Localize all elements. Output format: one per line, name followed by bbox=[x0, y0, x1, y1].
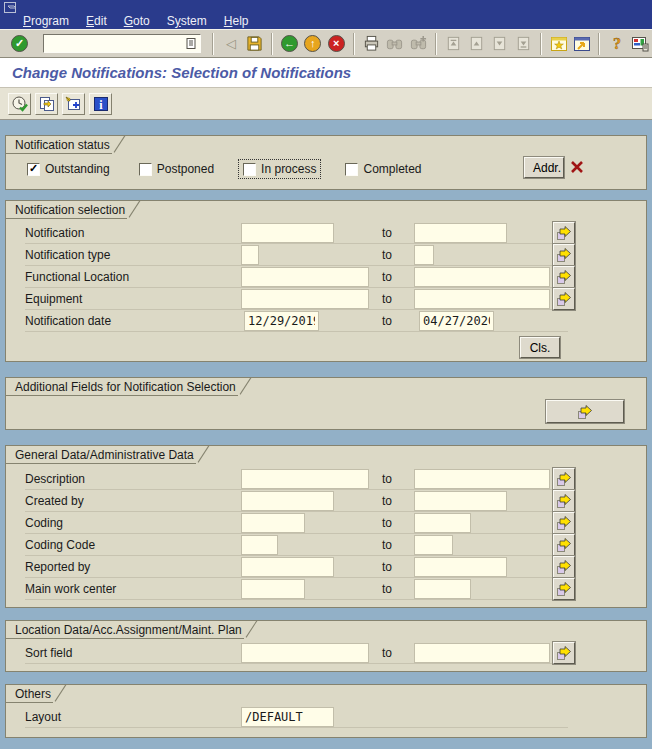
print-icon[interactable] bbox=[362, 34, 381, 54]
section-notification-selection: Notification selection Notification to N… bbox=[5, 200, 647, 362]
clear-address-icon[interactable] bbox=[569, 159, 585, 175]
menu-goto[interactable]: Goto bbox=[124, 14, 150, 29]
execute-icon[interactable] bbox=[8, 93, 31, 115]
multiple-selection-button[interactable] bbox=[553, 534, 575, 556]
to-label: to bbox=[379, 314, 414, 328]
dynamic-selections-icon[interactable] bbox=[62, 93, 85, 115]
tab-slash bbox=[239, 377, 251, 394]
checkbox-label: Completed bbox=[363, 162, 421, 176]
menu-bar: Program Edit Goto System Help bbox=[0, 14, 652, 29]
save-icon[interactable] bbox=[245, 34, 264, 54]
notification-from-input[interactable] bbox=[241, 223, 334, 243]
checkbox-completed[interactable]: Completed bbox=[340, 159, 426, 179]
notification-date-from-input[interactable] bbox=[244, 311, 319, 331]
to-label: to bbox=[379, 292, 414, 306]
notification-to-input[interactable] bbox=[414, 223, 507, 243]
checkbox-label: Postponed bbox=[157, 162, 214, 176]
sort-field-to-input[interactable] bbox=[414, 643, 550, 663]
created-by-to-input[interactable] bbox=[414, 491, 507, 511]
customize-layout-icon[interactable] bbox=[631, 34, 650, 54]
help-icon[interactable]: ? bbox=[607, 34, 626, 54]
coding-from-input[interactable] bbox=[241, 513, 305, 533]
menu-system[interactable]: System bbox=[167, 14, 207, 29]
multiple-selection-button[interactable] bbox=[553, 288, 575, 310]
field-label: Created by bbox=[25, 494, 241, 508]
multiple-selection-button[interactable] bbox=[553, 578, 575, 600]
command-field[interactable] bbox=[43, 34, 201, 53]
multiple-selection-button[interactable] bbox=[553, 468, 575, 490]
section-others: Others Layout bbox=[5, 684, 647, 738]
main-work-center-from-input[interactable] bbox=[241, 579, 305, 599]
form-row: Notification type to bbox=[6, 244, 646, 266]
notification-type-to-input[interactable] bbox=[414, 245, 434, 265]
coding-to-input[interactable] bbox=[414, 513, 471, 533]
menu-help[interactable]: Help bbox=[224, 14, 249, 29]
checkbox-label: Outstanding bbox=[45, 162, 110, 176]
checkbox-box[interactable] bbox=[139, 163, 152, 176]
back-navigation-icon[interactable]: ← bbox=[280, 34, 299, 54]
cancel-icon[interactable]: × bbox=[326, 34, 345, 54]
notification-date-to-input[interactable] bbox=[419, 311, 494, 331]
field-label: Layout bbox=[25, 710, 241, 724]
form-row: Created by to bbox=[6, 490, 646, 512]
checkbox-in-process[interactable]: In process bbox=[238, 159, 321, 179]
functional-location-from-input[interactable] bbox=[241, 267, 369, 287]
field-label: Main work center bbox=[25, 582, 241, 596]
multiple-selection-button[interactable] bbox=[553, 222, 575, 244]
multiple-selection-button[interactable] bbox=[553, 556, 575, 578]
checkbox-postponed[interactable]: Postponed bbox=[134, 159, 219, 179]
tab-slash bbox=[245, 620, 257, 637]
exit-icon[interactable]: ↑ bbox=[303, 34, 322, 54]
checkbox-box[interactable] bbox=[27, 163, 40, 176]
main-work-center-to-input[interactable] bbox=[414, 579, 471, 599]
new-session-icon[interactable] bbox=[549, 34, 568, 54]
back-icon[interactable]: ◁ bbox=[221, 34, 240, 54]
cls-button[interactable]: Cls. bbox=[520, 337, 560, 358]
section-notification-status: Notification status Outstanding Postpone… bbox=[5, 135, 647, 190]
equipment-to-input[interactable] bbox=[414, 289, 550, 309]
checkbox-box[interactable] bbox=[345, 163, 358, 176]
field-label: Notification type bbox=[25, 248, 241, 262]
toolbar-separator bbox=[353, 33, 355, 55]
multiple-selection-button[interactable] bbox=[553, 244, 575, 266]
find-next-icon bbox=[408, 34, 427, 54]
equipment-from-input[interactable] bbox=[241, 289, 369, 309]
create-shortcut-icon[interactable] bbox=[572, 34, 591, 54]
to-label: to bbox=[379, 538, 414, 552]
multiple-selection-button[interactable] bbox=[553, 512, 575, 534]
layout-input[interactable] bbox=[241, 707, 334, 727]
coding-code-from-input[interactable] bbox=[241, 535, 278, 555]
form-row: Sort field to bbox=[6, 642, 646, 664]
menu-program[interactable]: Program bbox=[23, 14, 69, 29]
to-label: to bbox=[379, 270, 414, 284]
functional-location-to-input[interactable] bbox=[414, 267, 550, 287]
form-row: Description to bbox=[6, 468, 646, 490]
form-row: Notification to bbox=[6, 222, 646, 244]
description-to-input[interactable] bbox=[414, 469, 550, 489]
address-button[interactable]: Addr. bbox=[524, 157, 564, 178]
form-row: Coding Code to bbox=[6, 534, 646, 556]
sort-field-from-input[interactable] bbox=[241, 643, 369, 663]
additional-fields-button[interactable] bbox=[546, 400, 624, 423]
section-additional-fields: Additional Fields for Notification Selec… bbox=[5, 377, 647, 430]
multiple-selection-button[interactable] bbox=[553, 490, 575, 512]
reported-by-to-input[interactable] bbox=[414, 557, 507, 577]
created-by-from-input[interactable] bbox=[241, 491, 334, 511]
checkbox-outstanding[interactable]: Outstanding bbox=[22, 159, 115, 179]
command-history-icon[interactable] bbox=[185, 37, 198, 50]
enter-icon[interactable]: ✓ bbox=[10, 34, 29, 54]
get-variant-icon[interactable] bbox=[35, 93, 58, 115]
description-from-input[interactable] bbox=[241, 469, 369, 489]
multiple-selection-button[interactable] bbox=[553, 266, 575, 288]
to-label: to bbox=[379, 248, 414, 262]
info-icon[interactable]: i bbox=[89, 93, 112, 115]
coding-code-to-input[interactable] bbox=[414, 535, 453, 555]
multiple-selection-button[interactable] bbox=[553, 642, 575, 664]
tab-slash bbox=[113, 135, 125, 152]
menu-edit[interactable]: Edit bbox=[86, 14, 107, 29]
notification-type-from-input[interactable] bbox=[241, 245, 259, 265]
field-label: Reported by bbox=[25, 560, 241, 574]
reported-by-from-input[interactable] bbox=[241, 557, 334, 577]
field-label: Sort field bbox=[25, 646, 241, 660]
checkbox-box[interactable] bbox=[243, 163, 256, 176]
